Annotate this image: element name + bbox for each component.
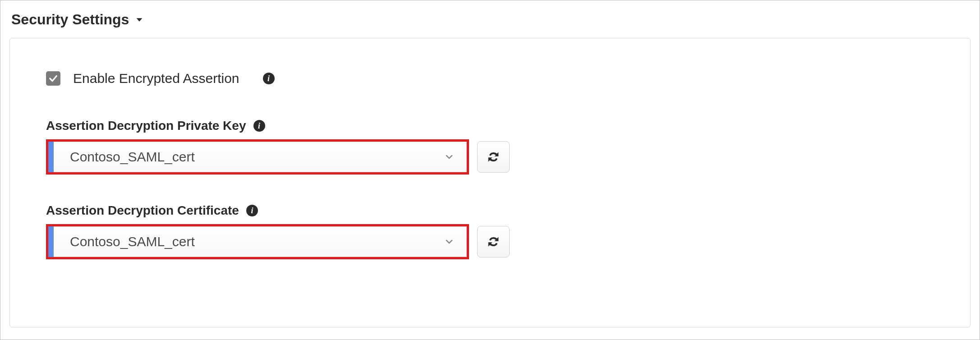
enable-encrypted-assertion-row: Enable Encrypted Assertion i bbox=[46, 71, 970, 86]
select-inner: Contoso_SAML_cert bbox=[54, 142, 467, 172]
assertion-certificate-label-row: Assertion Decryption Certificate i bbox=[46, 203, 970, 218]
assertion-certificate-select[interactable]: Contoso_SAML_cert bbox=[46, 224, 469, 259]
info-icon[interactable]: i bbox=[246, 205, 258, 216]
info-icon: i bbox=[263, 73, 275, 84]
select-inner: Contoso_SAML_cert bbox=[54, 226, 467, 257]
assertion-certificate-field: Assertion Decryption Certificate i Conto… bbox=[46, 203, 970, 259]
section-header[interactable]: Security Settings bbox=[0, 0, 980, 28]
chevron-down-icon bbox=[444, 236, 455, 247]
enable-encrypted-assertion-label: Enable Encrypted Assertion bbox=[73, 71, 239, 86]
select-accent-bar bbox=[48, 226, 54, 257]
chevron-down-icon bbox=[444, 152, 455, 162]
assertion-certificate-label: Assertion Decryption Certificate bbox=[46, 203, 239, 218]
assertion-certificate-refresh-button[interactable] bbox=[477, 226, 510, 257]
assertion-private-key-input-row: Contoso_SAML_cert bbox=[46, 139, 970, 175]
assertion-certificate-input-row: Contoso_SAML_cert bbox=[46, 224, 970, 259]
security-settings-page: Security Settings Enable Encrypted Asser… bbox=[0, 0, 980, 340]
enable-encrypted-assertion-checkbox[interactable] bbox=[46, 71, 60, 86]
caret-down-icon bbox=[134, 15, 144, 25]
assertion-private-key-field: Assertion Decryption Private Key i Conto… bbox=[46, 119, 970, 175]
assertion-private-key-label: Assertion Decryption Private Key bbox=[46, 119, 246, 133]
assertion-certificate-value: Contoso_SAML_cert bbox=[70, 234, 195, 249]
section-title: Security Settings bbox=[11, 11, 129, 28]
assertion-private-key-select[interactable]: Contoso_SAML_cert bbox=[46, 139, 469, 175]
assertion-private-key-refresh-button[interactable] bbox=[477, 141, 510, 173]
select-accent-bar bbox=[48, 142, 54, 172]
assertion-private-key-value: Contoso_SAML_cert bbox=[70, 149, 195, 165]
security-settings-panel: Enable Encrypted Assertion i Assertion D… bbox=[9, 38, 971, 327]
assertion-private-key-label-row: Assertion Decryption Private Key i bbox=[46, 119, 970, 133]
enable-encrypted-assertion-info[interactable]: i bbox=[263, 73, 275, 84]
info-icon[interactable]: i bbox=[253, 120, 265, 132]
